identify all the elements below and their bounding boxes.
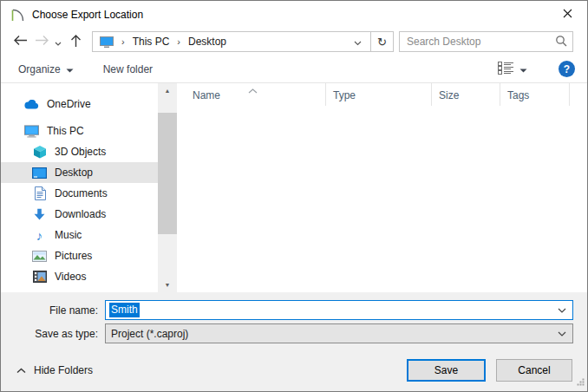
export-location-dialog: Choose Export Location › This PC › D <box>0 0 588 392</box>
content-area: OneDrive This PC 3D Objects Desktop <box>1 83 587 292</box>
pictures-icon <box>32 249 47 264</box>
scroll-up-icon[interactable]: ▲ <box>158 83 177 98</box>
save-button[interactable]: Save <box>407 359 486 382</box>
window-title: Choose Export Location <box>32 9 143 21</box>
up-button[interactable] <box>65 30 87 53</box>
scroll-down-icon[interactable]: ▼ <box>158 278 177 292</box>
sidebar-item-label: Music <box>55 229 82 241</box>
change-view-button[interactable] <box>498 62 527 77</box>
file-name-label: File name: <box>1 304 105 317</box>
sidebar-item-pictures[interactable]: Pictures <box>1 245 158 266</box>
organize-label: Organize <box>18 63 61 75</box>
documents-icon <box>32 186 47 201</box>
title-bar: Choose Export Location <box>1 1 587 28</box>
help-icon: ? <box>559 61 575 77</box>
refresh-button[interactable]: ↻ <box>371 31 394 52</box>
forward-arrow-icon <box>35 35 49 49</box>
close-button[interactable] <box>548 1 587 28</box>
sidebar-item-downloads[interactable]: Downloads <box>1 204 158 225</box>
help-button[interactable]: ? <box>559 61 575 77</box>
sidebar-item-label: Downloads <box>55 208 106 220</box>
this-pc-small-icon <box>100 36 114 48</box>
address-dropdown-button[interactable] <box>350 32 367 51</box>
sidebar-item-desktop[interactable]: Desktop <box>1 162 158 183</box>
file-name-row: File name: Smith <box>1 300 587 320</box>
sidebar-scrollbar[interactable]: ▲ ▼ <box>158 83 177 292</box>
save-as-type-row: Save as type: Project (*.caproj) <box>1 323 587 343</box>
back-button[interactable] <box>10 30 31 53</box>
downloads-icon <box>32 207 47 222</box>
file-name-input[interactable]: Smith <box>105 300 573 320</box>
sidebar-item-label: OneDrive <box>47 98 91 110</box>
sidebar-item-onedrive[interactable]: OneDrive <box>1 94 158 114</box>
refresh-icon: ↻ <box>377 36 387 49</box>
resize-grip[interactable] <box>577 376 585 389</box>
app-logo-icon <box>10 7 25 22</box>
dialog-footer: File name: Smith Save as type: Project (… <box>1 292 587 392</box>
chevron-up-icon <box>16 364 26 376</box>
save-as-type-select[interactable]: Project (*.caproj) <box>105 323 573 343</box>
breadcrumb-separator: › <box>171 36 186 47</box>
command-toolbar: Organize New folder ? <box>1 56 587 83</box>
file-list: Name Type Size Tags <box>177 83 587 292</box>
close-icon <box>563 8 572 21</box>
search-input[interactable] <box>407 36 555 48</box>
forward-button[interactable] <box>31 30 52 53</box>
footer-buttons-row: Hide Folders Save Cancel <box>1 359 587 382</box>
file-list-empty-area <box>177 106 587 292</box>
sidebar-item-label: Documents <box>55 187 108 199</box>
videos-icon <box>32 270 47 284</box>
hide-folders-button[interactable]: Hide Folders <box>16 364 93 376</box>
new-folder-button[interactable]: New folder <box>103 63 153 75</box>
back-arrow-icon <box>13 35 28 49</box>
address-bar[interactable]: › This PC › Desktop <box>92 31 371 52</box>
onedrive-icon <box>24 97 39 112</box>
column-header-type[interactable]: Type <box>326 83 432 106</box>
sidebar-item-3d-objects[interactable]: 3D Objects <box>1 141 158 162</box>
scrollbar-thumb[interactable] <box>158 113 177 234</box>
sidebar-item-music[interactable]: ♪ Music <box>1 225 158 245</box>
navigation-bar: › This PC › Desktop ↻ <box>1 28 587 56</box>
search-box <box>399 31 573 52</box>
details-view-icon <box>498 62 514 77</box>
column-header-tags[interactable]: Tags <box>500 83 570 106</box>
chevron-down-icon <box>558 331 566 336</box>
desktop-icon <box>32 166 47 180</box>
chevron-down-icon <box>55 36 62 49</box>
organize-button[interactable]: Organize <box>18 63 74 75</box>
column-header-name[interactable]: Name <box>177 83 326 106</box>
sidebar-item-documents[interactable]: Documents <box>1 183 158 204</box>
new-folder-label: New folder <box>103 63 153 75</box>
sidebar-item-label: Videos <box>55 271 86 283</box>
column-headers: Name Type Size Tags <box>177 83 587 106</box>
sidebar-item-videos[interactable]: Videos <box>1 266 158 287</box>
breadcrumb-desktop[interactable]: Desktop <box>186 36 228 48</box>
sidebar-item-label: This PC <box>47 125 84 137</box>
3d-objects-icon <box>32 145 47 160</box>
save-as-type-label: Save as type: <box>1 328 105 340</box>
this-pc-icon <box>24 124 39 139</box>
save-as-type-value: Project (*.caproj) <box>111 328 188 340</box>
column-header-size[interactable]: Size <box>432 83 500 106</box>
sort-ascending-icon <box>248 84 258 96</box>
navigation-pane: OneDrive This PC 3D Objects Desktop <box>1 83 158 292</box>
sidebar-item-label: Desktop <box>55 167 93 179</box>
breadcrumb-separator: › <box>115 36 131 47</box>
cancel-button[interactable]: Cancel <box>496 359 572 382</box>
file-name-value: Smith <box>109 303 140 317</box>
sidebar-item-label: 3D Objects <box>55 146 106 158</box>
sidebar-item-label: Pictures <box>55 250 92 262</box>
chevron-down-icon <box>66 63 74 75</box>
recent-locations-button[interactable] <box>52 30 65 53</box>
chevron-down-icon <box>519 62 527 75</box>
hide-folders-label: Hide Folders <box>34 364 93 376</box>
chevron-down-icon <box>354 36 362 49</box>
search-icon <box>555 35 567 49</box>
breadcrumb-this-pc[interactable]: This PC <box>131 36 172 48</box>
up-arrow-icon <box>70 34 82 50</box>
chevron-down-icon <box>558 308 566 313</box>
music-icon: ♪ <box>32 228 47 243</box>
sidebar-item-this-pc[interactable]: This PC <box>1 121 158 141</box>
